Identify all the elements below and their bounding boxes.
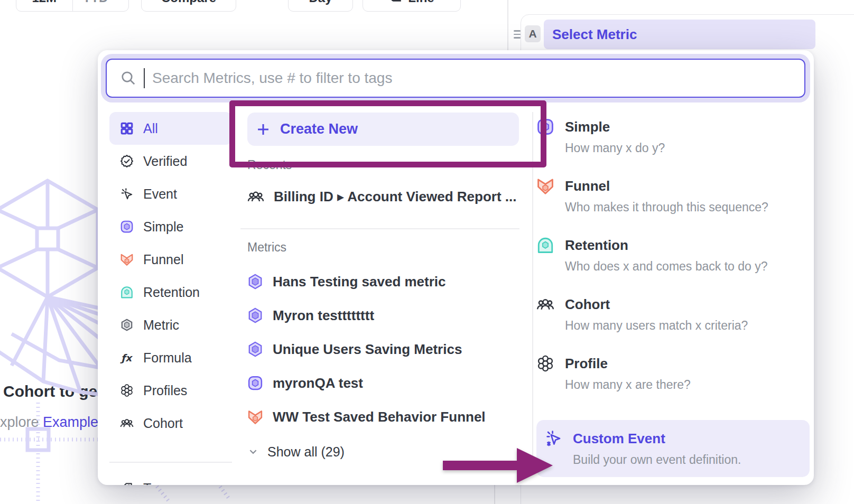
range-12m-button[interactable]: 12M	[16, 0, 72, 11]
funnel-icon	[536, 177, 554, 195]
metric-item-label: WW Test Saved Behavior Funnel	[273, 409, 486, 425]
category-sidebar: All Verified Event Simple Funnel Retenti…	[109, 112, 232, 485]
day-label: Day	[309, 0, 332, 5]
chevron-down-icon	[248, 447, 258, 456]
type-desc: How many x are there?	[565, 378, 810, 392]
sidebar-item-cohort[interactable]: Cohort	[109, 407, 232, 440]
page-vertical-divider-top	[507, 0, 508, 50]
sidebar-label: All	[143, 121, 158, 136]
text-cursor	[144, 68, 145, 88]
saved-metric-hexagon-icon	[247, 274, 263, 290]
sidebar-label: Metric	[143, 318, 179, 333]
search-placeholder: Search Metrics, use # to filter to tags	[152, 70, 392, 87]
chevron-down-icon	[111, 0, 118, 2]
range-ytd-label: YTD	[82, 0, 108, 5]
custom-event-cursor-icon	[544, 430, 562, 447]
metric-item-label: Hans Testing saved metric	[273, 274, 446, 290]
sidebar-item-tags-partial[interactable]: T	[109, 472, 232, 486]
type-title: Funnel	[565, 178, 610, 194]
search-icon	[120, 70, 136, 86]
select-metric-label: Select Metric	[552, 26, 637, 43]
sidebar-item-event[interactable]: Event	[109, 178, 232, 210]
type-desc: Who makes it through this sequence?	[565, 200, 810, 214]
type-option-simple[interactable]: Simple How many x do y?	[536, 118, 810, 155]
metric-list-item[interactable]: Myron testttttttt	[247, 298, 526, 332]
type-option-profile[interactable]: Profile How many x are there?	[536, 354, 810, 392]
simple-metric-icon	[247, 375, 263, 391]
type-title: Retention	[565, 237, 628, 254]
saved-metric-hexagon-icon	[247, 307, 263, 323]
metric-item-label: Myron testttttttt	[273, 307, 374, 324]
show-all-label: Show all (29)	[267, 444, 345, 460]
retention-icon	[120, 285, 134, 299]
search-input[interactable]: Search Metrics, use # to filter to tags	[106, 59, 805, 98]
metric-list-item[interactable]: WW Test Saved Behavior Funnel	[247, 400, 526, 434]
sidebar-label: Verified	[143, 154, 187, 169]
profiles-cluster-icon	[536, 354, 554, 372]
select-metric-field[interactable]: Select Metric	[544, 20, 815, 49]
line-chart-type-button[interactable]: Line	[363, 0, 461, 12]
sidebar-item-retention[interactable]: Retention	[109, 276, 232, 309]
metric-item-label: Unique Users Saving Metrics	[273, 341, 462, 358]
day-granularity-button[interactable]: Day	[288, 0, 353, 12]
funnel-icon	[120, 253, 134, 266]
sidebar-label: T	[143, 481, 151, 485]
sidebar-item-all[interactable]: All	[109, 112, 232, 145]
verified-badge-icon	[120, 154, 134, 168]
sidebar-item-verified[interactable]: Verified	[109, 145, 232, 178]
metrics-section-label: Metrics	[247, 240, 286, 255]
type-desc: Who does x and comes back to do y?	[565, 259, 810, 274]
svg-text:ƒx: ƒx	[120, 352, 133, 363]
recent-item-row[interactable]: Billing ID ▸ Account Viewed Report ...	[247, 180, 526, 213]
annotation-arrow	[443, 445, 553, 486]
compare-label: Compare	[161, 0, 216, 5]
event-cursor-icon	[120, 187, 134, 201]
sidebar-item-profiles[interactable]: Profiles	[109, 374, 232, 407]
cohort-people-icon	[120, 416, 134, 430]
sidebar-label: Retention	[143, 285, 200, 300]
sidebar-item-metric[interactable]: Metric	[109, 309, 232, 341]
sidebar-item-funnel[interactable]: Funnel	[109, 243, 232, 276]
sidebar-label: Formula	[143, 350, 192, 366]
annotation-highlight-box	[229, 100, 546, 167]
type-title: Simple	[565, 119, 610, 135]
line-label: Line	[408, 0, 434, 5]
date-range-segmented: 12M YTD	[16, 0, 129, 12]
grid-icon	[120, 122, 134, 135]
type-option-custom-event[interactable]: Custom Event Build your own event defini…	[536, 420, 810, 477]
sidebar-item-simple[interactable]: Simple	[109, 210, 232, 243]
sidebar-divider	[109, 462, 232, 463]
retention-icon	[536, 236, 554, 254]
type-option-cohort[interactable]: Cohort How many users match x criteria?	[536, 295, 810, 333]
metric-item-label: myronQA test	[273, 375, 363, 391]
profiles-cluster-icon	[120, 384, 134, 397]
series-a-label: A	[528, 27, 536, 40]
tag-icon	[120, 482, 134, 486]
recent-item-label: Billing ID ▸ Account Viewed Report ...	[274, 189, 516, 205]
type-title: Cohort	[565, 296, 610, 313]
formula-fx-icon: ƒx	[120, 351, 134, 365]
cohort-people-icon	[247, 188, 264, 205]
range-ytd-button[interactable]: YTD	[72, 0, 129, 11]
cohort-people-icon	[536, 295, 554, 313]
metric-list-item[interactable]: Unique Users Saving Metrics	[247, 332, 526, 366]
sidebar-item-formula[interactable]: ƒx Formula	[109, 341, 232, 374]
sidebar-label: Profiles	[143, 383, 187, 398]
type-title: Profile	[565, 356, 608, 372]
type-option-retention[interactable]: Retention Who does x and comes back to d…	[536, 236, 810, 274]
sidebar-label: Simple	[143, 219, 183, 235]
metric-list-item[interactable]: Hans Testing saved metric	[247, 265, 526, 298]
compare-button[interactable]: Compare	[141, 0, 236, 12]
type-desc: How many x do y?	[565, 141, 810, 155]
metric-list-item[interactable]: myronQA test	[247, 366, 526, 400]
sidebar-label: Funnel	[143, 252, 183, 267]
type-desc: Build your own event definition.	[573, 453, 810, 467]
sidebar-label: Event	[143, 186, 177, 202]
type-option-funnel[interactable]: Funnel Who makes it through this sequenc…	[536, 177, 810, 214]
drag-handle-icon[interactable]	[514, 30, 521, 39]
type-title: Custom Event	[573, 431, 665, 447]
show-all-toggle[interactable]: Show all (29)	[248, 441, 460, 462]
middle-divider	[240, 228, 519, 229]
saved-metric-hexagon-icon	[247, 341, 263, 357]
sidebar-label: Cohort	[143, 416, 183, 431]
